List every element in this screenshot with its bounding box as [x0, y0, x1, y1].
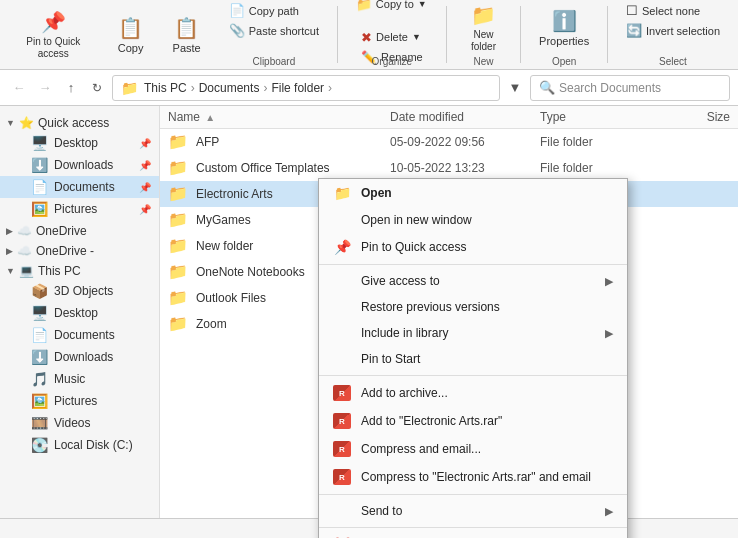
col-header-name[interactable]: Name ▲ [168, 110, 390, 124]
sidebar-item-desktop-2[interactable]: 🖥️ Desktop [0, 302, 159, 324]
search-icon: 🔍 [539, 80, 555, 95]
sidebar-item-pictures-2[interactable]: 🖼️ Pictures [0, 390, 159, 412]
ribbon-divider-2 [446, 6, 447, 63]
3dobjects-icon: 📦 [30, 283, 48, 299]
address-part-folder: File folder [271, 81, 324, 95]
sidebar-label-videos: Videos [54, 416, 90, 430]
sidebar-label-documents-1: Documents [54, 180, 115, 194]
search-box[interactable]: 🔍 Search Documents [530, 75, 730, 101]
folder-icon: 📁 [168, 210, 188, 229]
ribbon-group-open: ℹ️ Properties Open [525, 0, 603, 69]
cm-add-rar[interactable]: R Add to "Electronic Arts.rar" [319, 407, 627, 435]
ribbon-divider-4 [607, 6, 608, 63]
paste-button[interactable]: 📋 Paste [167, 9, 207, 61]
paste-icon: 📋 [174, 16, 199, 40]
ribbon-group-paste-large: 📋 Paste [159, 0, 215, 69]
cm-restore-versions[interactable]: Restore previous versions [319, 294, 627, 320]
chevron-right-icon-2: ▶ [6, 246, 13, 256]
col-header-size[interactable]: Size [650, 110, 730, 124]
col-header-date[interactable]: Date modified [390, 110, 540, 124]
sidebar-item-music[interactable]: 🎵 Music [0, 368, 159, 390]
ribbon-clipboard-col: 📄 Copy path 📎 Paste shortcut [223, 1, 325, 54]
folder-icon: 📁 [168, 314, 188, 333]
address-folder-icon: 📁 [121, 80, 138, 96]
cm-send-to[interactable]: Send to ▶ [319, 498, 627, 524]
cm-open-new-window[interactable]: Open in new window [319, 207, 627, 233]
cm-add-archive[interactable]: R Add to archive... [319, 379, 627, 407]
sidebar-label-pictures-1: Pictures [54, 202, 97, 216]
refresh-button[interactable]: ↻ [86, 77, 108, 99]
sidebar-item-3dobjects[interactable]: 📦 3D Objects [0, 280, 159, 302]
copy-icon: 📋 [118, 16, 143, 40]
folder-icon-selected: 📁 [168, 184, 188, 203]
cm-pin-start[interactable]: Pin to Start [319, 346, 627, 372]
sidebar-item-downloads-1[interactable]: ⬇️ Downloads 📌 [0, 154, 159, 176]
documents-icon-2: 📄 [30, 327, 48, 343]
pin-icon: 📌 [41, 10, 66, 34]
copy-path-button[interactable]: 📄 Copy path [223, 1, 325, 20]
properties-button[interactable]: ℹ️ Properties [533, 4, 595, 51]
cm-sep-1 [319, 264, 627, 265]
cm-open-icon: 📁 [333, 185, 351, 201]
cm-pin-quick-access[interactable]: 📌 Pin to Quick access [319, 233, 627, 261]
sidebar-label-onedrive-1: OneDrive [36, 224, 87, 238]
cm-send-to-arrow: ▶ [605, 505, 613, 518]
folder-icon: 📁 [168, 158, 188, 177]
sidebar-label-thispc: This PC [38, 264, 81, 278]
sidebar-label-downloads-2: Downloads [54, 350, 113, 364]
sidebar-item-pictures-1[interactable]: 🖼️ Pictures 📌 [0, 198, 159, 220]
sidebar-section-quick-access[interactable]: ▼ ⭐ Quick access [0, 112, 159, 132]
sidebar-item-desktop-1[interactable]: 🖥️ Desktop 📌 [0, 132, 159, 154]
cm-cut[interactable]: ✂️ Cut [319, 531, 627, 538]
properties-icon: ℹ️ [552, 9, 577, 33]
sidebar-label-downloads-1: Downloads [54, 158, 113, 172]
new-folder-button[interactable]: 📁 New folder [459, 2, 508, 54]
cm-sep-4 [319, 527, 627, 528]
rar-icon-1: R [333, 385, 351, 401]
sidebar-icon-star: ⭐ [19, 116, 34, 130]
cm-include-library[interactable]: Include in library ▶ [319, 320, 627, 346]
address-sep-1: › [191, 81, 195, 95]
sidebar-label-music: Music [54, 372, 85, 386]
sidebar-item-documents-1[interactable]: 📄 Documents 📌 [0, 176, 159, 198]
cm-compress-rar-email[interactable]: R Compress to "Electronic Arts.rar" and … [319, 463, 627, 491]
ribbon-divider-3 [520, 6, 521, 63]
copy-to-button[interactable]: 📁 Copy to ▼ [350, 0, 434, 14]
paste-shortcut-button[interactable]: 📎 Paste shortcut [223, 21, 325, 40]
cm-compress-email[interactable]: R Compress and email... [319, 435, 627, 463]
chevron-right-icon-1: ▶ [6, 226, 13, 236]
sidebar-item-documents-2[interactable]: 📄 Documents [0, 324, 159, 346]
chevron-down-icon: ▼ [6, 118, 15, 128]
sidebar-icon-thispc: 💻 [19, 264, 34, 278]
delete-button[interactable]: ✖ Delete ▼ [355, 28, 429, 47]
table-row[interactable]: 📁 AFP 05-09-2022 09:56 File folder [160, 129, 738, 155]
pin-quick-access-button[interactable]: 📌 Pin to Quick access [12, 9, 95, 61]
ribbon-divider-1 [337, 6, 338, 63]
back-button[interactable]: ← [8, 77, 30, 99]
rar-icon-3: R [333, 441, 351, 457]
select-none-button[interactable]: ☐ Select none [620, 1, 726, 20]
sidebar-label-desktop-1: Desktop [54, 136, 98, 150]
ribbon-group-pin: 📌 Pin to Quick access [4, 0, 103, 69]
address-bar[interactable]: 📁 This PC › Documents › File folder › [112, 75, 500, 101]
col-header-type[interactable]: Type [540, 110, 650, 124]
address-expand-button[interactable]: ▼ [504, 77, 526, 99]
sidebar-item-videos[interactable]: 🎞️ Videos [0, 412, 159, 434]
sidebar-section-onedrive[interactable]: ▶ ☁️ OneDrive [0, 220, 159, 240]
ribbon-group-clipboard-extras: 📄 Copy path 📎 Paste shortcut Clipboard [215, 0, 333, 69]
address-part-documents: Documents [199, 81, 260, 95]
address-sep-3: › [328, 81, 332, 95]
sidebar-section-onedrive-2[interactable]: ▶ ☁️ OneDrive - [0, 240, 159, 260]
pin-icon-4: 📌 [139, 204, 151, 215]
sidebar-item-localdisk[interactable]: 💽 Local Disk (C:) [0, 434, 159, 456]
chevron-down-icon-2: ▼ [6, 266, 15, 276]
copy-button[interactable]: 📋 Copy [111, 9, 151, 61]
sidebar-section-thispc[interactable]: ▼ 💻 This PC [0, 260, 159, 280]
sidebar-item-downloads-2[interactable]: ⬇️ Downloads [0, 346, 159, 368]
forward-button[interactable]: → [34, 77, 56, 99]
cm-give-access[interactable]: Give access to ▶ [319, 268, 627, 294]
up-button[interactable]: ↑ [60, 77, 82, 99]
cm-open[interactable]: 📁 Open [319, 179, 627, 207]
search-placeholder: Search Documents [559, 81, 661, 95]
invert-selection-button[interactable]: 🔄 Invert selection [620, 21, 726, 40]
